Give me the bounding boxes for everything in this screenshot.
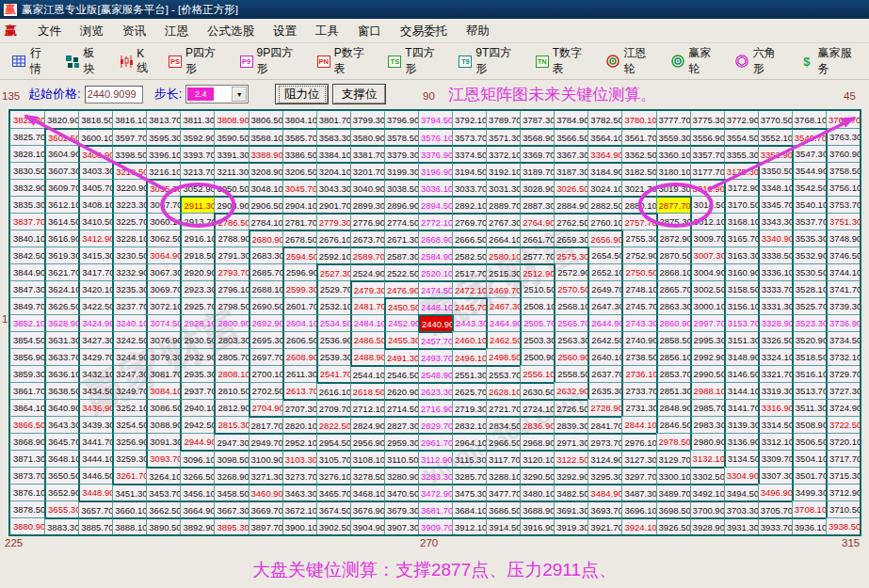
grid-cell: 3288.10	[486, 467, 520, 484]
toolbar-item-winner-wheel[interactable]: 赢家轮	[664, 42, 729, 80]
toolbar-item-label: P数字表	[334, 45, 376, 77]
grid-cell: 2534.50	[316, 314, 350, 331]
grid-cell: 2827.30	[384, 416, 418, 433]
grid-cell: 2728.90	[587, 399, 621, 416]
toolbar-item-t-square[interactable]: TST四方形	[381, 42, 452, 80]
grid-cell: 3000.10	[690, 297, 724, 314]
grid-cell: 2664.10	[486, 230, 520, 246]
bottom-caption: 大盘关键位测算：支撑2877点、压力2911点、	[0, 558, 869, 582]
menu-item-1[interactable]: 浏览	[71, 23, 113, 40]
grid-cell: 3638.50	[44, 382, 78, 399]
grid-cell: 3448.90	[78, 484, 112, 501]
grid-cell: 2911.30	[180, 196, 214, 213]
grid-cell: 2812.90	[214, 399, 248, 416]
grid-cell: 3892.90	[180, 517, 214, 534]
menu-item-7[interactable]: 窗口	[348, 23, 391, 40]
grid-cell: 3410.50	[78, 213, 112, 230]
toolbar-item-hexagon[interactable]: 六角形	[729, 42, 794, 80]
grid-cell: 3468.10	[350, 484, 384, 501]
toolbar-item-label: 9T四方形	[475, 45, 523, 77]
grid-cell: 3523.30	[792, 314, 826, 331]
menu-item-8[interactable]: 交易委托	[391, 23, 457, 40]
header-note: 江恩矩阵图未来关键位测算。	[448, 84, 656, 105]
toolbar-item-9t-square[interactable]: T99T四方形	[452, 42, 529, 80]
grid-cell: 3350.50	[758, 162, 792, 179]
grid-cell: 3727.30	[826, 382, 860, 399]
toolbar-item-sectors[interactable]: 板块	[59, 42, 113, 80]
grid-cell: 3364.90	[587, 145, 621, 162]
grid-cell: 3276.10	[316, 467, 350, 484]
toolbar-item-p-square[interactable]: PSP四方形	[162, 42, 233, 80]
grid-cell: 3268.90	[214, 467, 248, 484]
grid-cell: 3861.70	[10, 382, 44, 399]
grid-cell: 2714.50	[384, 399, 418, 416]
grid-cell: 3628.90	[44, 314, 78, 331]
grid-cell: 3729.70	[826, 365, 860, 382]
grid-cell: 2611.30	[282, 365, 316, 382]
menu-item-2[interactable]: 资讯	[113, 23, 155, 40]
grid-cell: 2709.70	[316, 399, 350, 416]
start-price-input[interactable]	[85, 86, 143, 103]
grid-cell: 2558.50	[554, 365, 587, 382]
grid-cell: 3285.70	[452, 467, 486, 484]
toolbar-item-kline[interactable]: K线	[112, 44, 162, 79]
chevron-down-icon[interactable]: ▼	[232, 87, 247, 102]
grid-cell: 2637.70	[587, 365, 621, 382]
grid-cell: 3592.90	[180, 128, 214, 145]
step-combobox[interactable]: 2.4 ▼	[185, 85, 249, 103]
toolbar-item-label: 赢家轮	[688, 45, 722, 77]
grid-cell: 3463.30	[282, 484, 316, 501]
grid-cell: 3357.70	[690, 145, 724, 162]
toolbar-item-winner-service[interactable]: $赢家服务	[794, 42, 869, 80]
grid-cell: 3912.10	[452, 517, 486, 534]
grid-cell: 2841.70	[587, 416, 621, 433]
grid-cell: 3636.10	[44, 365, 78, 382]
grid-cell: 2892.10	[452, 196, 486, 213]
grid-cell: 3748.90	[826, 230, 860, 246]
grid-cell: 3033.70	[452, 179, 486, 196]
grid-cell: 3024.10	[587, 179, 621, 196]
menu-item-4[interactable]: 公式选股	[198, 23, 264, 40]
toolbar-item-market-quotes[interactable]: 行情	[6, 42, 59, 80]
grid-cell: 3672.10	[282, 501, 316, 517]
toolbar-item-t-number-table[interactable]: TNT数字表	[529, 42, 600, 80]
grid-cell: 2505.70	[520, 314, 554, 331]
grid-cell: 3062.50	[146, 230, 180, 246]
grid-cell: 2796.10	[214, 280, 248, 297]
resistance-button[interactable]: 阻力位	[275, 84, 329, 104]
grid-cell: 3429.70	[78, 348, 112, 365]
grid-cell: 3832.90	[10, 179, 44, 196]
grid-cell: 3381.70	[350, 145, 384, 162]
gann-square-panel: 赢家财富 赢家财富 yingjia360.com 3823.303820.903…	[8, 109, 861, 536]
menu-item-5[interactable]: 设置	[264, 23, 306, 40]
grid-cell: 2836.90	[520, 416, 554, 433]
grid-cell: 2488.90	[350, 348, 384, 365]
grid-cell: 2440.90	[418, 314, 452, 331]
grid-cell: 3144.10	[724, 382, 758, 399]
grid-cell: 3441.70	[78, 433, 112, 450]
grid-cell: 3019.30	[656, 179, 690, 196]
grid-cell: 3612.10	[44, 196, 78, 213]
toolbar-item-p-number-table[interactable]: PNP数字表	[311, 42, 382, 80]
support-button[interactable]: 支撑位	[332, 84, 386, 104]
menu-item-6[interactable]: 工具	[306, 23, 348, 40]
grid-cell: 2680.90	[249, 230, 282, 246]
grid-cell: 2452.90	[384, 314, 418, 331]
grid-cell: 2805.70	[214, 348, 248, 365]
toolbar-item-gann-wheel[interactable]: 江恩轮	[600, 42, 665, 80]
grid-cell: 2496.10	[452, 348, 486, 365]
grid-cell: 2767.30	[486, 213, 520, 230]
grid-cell: 2971.30	[554, 433, 587, 450]
grid-cell: 3146.50	[724, 365, 758, 382]
grid-cell: 3069.70	[146, 280, 180, 297]
grid-cell: 2618.50	[350, 382, 384, 399]
menu-item-0[interactable]: 文件	[28, 23, 71, 40]
grid-cell: 2899.30	[350, 196, 384, 213]
toolbar-item-9p-square[interactable]: P99P四方形	[233, 42, 311, 80]
grid-cell: 3720.10	[826, 433, 860, 450]
grid-cell: 3108.10	[350, 450, 384, 467]
menu-item-3[interactable]: 江恩	[155, 23, 198, 40]
grid-cell: 3537.70	[792, 213, 826, 230]
grid-cell: 3698.50	[656, 501, 690, 517]
menu-item-9[interactable]: 帮助	[457, 23, 499, 40]
